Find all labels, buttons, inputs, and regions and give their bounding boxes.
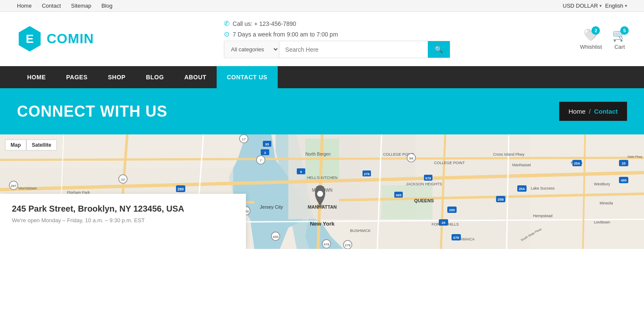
top-nav-contact[interactable]: Contact — [42, 3, 61, 9]
svg-text:295: 295 — [449, 208, 455, 212]
breadcrumb-separator: / — [589, 108, 591, 115]
phone-label: Call us: + 123-456-7890 — [233, 20, 296, 27]
nav-pages[interactable]: PAGES — [56, 66, 98, 88]
nav-contact-us[interactable]: CONTACT US — [217, 66, 278, 88]
svg-text:Morristown: Morristown — [18, 186, 37, 190]
nav-blog[interactable]: BLOG — [136, 66, 174, 88]
svg-text:Jersey City: Jersey City — [260, 204, 283, 209]
breadcrumb-current: Contact — [594, 108, 618, 115]
cart-label: Cart — [614, 44, 625, 50]
svg-text:495: 495 — [396, 193, 401, 197]
map-tab-satellite[interactable]: Satellite — [26, 140, 57, 151]
currency-arrow: ▾ — [599, 3, 602, 8]
svg-text:9A: 9A — [409, 156, 413, 160]
page-title: CONNECT WITH US — [17, 103, 167, 120]
svg-text:440: 440 — [273, 235, 279, 239]
svg-text:678: 678 — [453, 236, 459, 240]
currency-selector[interactable]: USD DOLLAR ▾ — [563, 3, 602, 9]
svg-text:North Bergen: North Bergen — [305, 152, 330, 156]
main-nav: HOME PAGES SHOP BLOG ABOUT CONTACT US — [0, 66, 644, 88]
svg-text:25A: 25A — [519, 187, 525, 191]
logo-icon: E — [17, 26, 42, 52]
language-label: English — [605, 3, 623, 9]
wishlist-button[interactable]: 🤍 2 Whishlist — [580, 28, 602, 50]
language-arrow: ▾ — [625, 3, 627, 8]
svg-text:BUSHWICK: BUSHWICK — [350, 229, 371, 233]
svg-text:Mineola: Mineola — [599, 201, 613, 205]
svg-text:3: 3 — [264, 151, 266, 155]
logo-area[interactable]: E COMIN — [17, 26, 94, 52]
svg-text:17: 17 — [242, 137, 246, 141]
logo-letter: E — [26, 32, 34, 46]
phone-item: ✆ Call us: + 123-456-7890 — [224, 20, 450, 28]
svg-text:25B: 25B — [498, 198, 504, 201]
cart-badge: 5 — [620, 26, 629, 35]
svg-text:JACKSON HEIGHTS: JACKSON HEIGHTS — [406, 182, 442, 186]
svg-text:Westbury: Westbury — [594, 182, 610, 186]
search-input[interactable] — [279, 42, 428, 57]
logo-name: COMIN — [47, 31, 94, 46]
svg-text:New York: New York — [310, 221, 335, 227]
wishlist-label: Whishlist — [580, 44, 602, 50]
map-tab-map[interactable]: Map — [5, 140, 26, 151]
svg-text:Lake Success: Lake Success — [531, 186, 555, 190]
svg-text:678: 678 — [425, 176, 431, 180]
svg-text:95: 95 — [265, 142, 269, 146]
svg-text:478: 478 — [323, 243, 329, 246]
nav-about[interactable]: ABOUT — [174, 66, 217, 88]
phone-icon: ✆ — [224, 20, 229, 28]
clock-icon: ⊙ — [224, 30, 229, 38]
svg-text:9: 9 — [300, 170, 302, 174]
svg-text:25A: 25A — [574, 162, 580, 165]
hours-item: ⊙ 7 Days a week from 9:00 am to 7:00 pm — [224, 30, 450, 38]
header-actions: 🤍 2 Whishlist 🛒 5 Cart — [580, 28, 627, 50]
svg-text:495: 495 — [621, 179, 627, 182]
top-bar-right: USD DOLLAR ▾ English ▾ — [563, 3, 627, 9]
breadcrumb: Home / Contact — [559, 102, 627, 121]
top-nav-sitemap[interactable]: Sitemap — [71, 3, 92, 9]
svg-text:287: 287 — [11, 184, 17, 188]
svg-text:Hempstead: Hempstead — [533, 214, 552, 218]
svg-text:Manhasset: Manhasset — [512, 163, 531, 167]
map-address: 245 Park Street, Brooklyn, NY 123456, US… — [12, 204, 234, 214]
header-contact: ✆ Call us: + 123-456-7890 ⊙ 7 Days a wee… — [224, 20, 450, 58]
top-nav-home[interactable]: Home — [17, 3, 32, 9]
svg-text:Cross Island Pkwy: Cross Island Pkwy — [493, 152, 525, 156]
breadcrumb-home[interactable]: Home — [569, 108, 585, 115]
svg-text:278: 278 — [364, 172, 370, 176]
nav-shop[interactable]: SHOP — [98, 66, 136, 88]
map-tabs: Map Satellite — [5, 140, 57, 151]
hero-banner: CONNECT WITH US Home / Contact — [0, 88, 644, 134]
svg-text:278: 278 — [345, 243, 351, 247]
top-bar: Home Contact Sitemap Blog USD DOLLAR ▾ E… — [0, 0, 644, 12]
svg-text:10: 10 — [121, 178, 125, 182]
wishlist-badge: 2 — [591, 26, 600, 35]
search-button[interactable]: 🔍 — [428, 41, 450, 58]
cart-button[interactable]: 🛒 5 Cart — [612, 28, 627, 50]
svg-text:QUEENS: QUEENS — [414, 198, 434, 203]
header: E COMIN ✆ Call us: + 123-456-7890 ⊙ 7 Da… — [0, 12, 644, 66]
hours-label: 7 Days a week from 9:00 am to 7:00 pm — [233, 31, 338, 38]
svg-text:25: 25 — [622, 162, 626, 165]
svg-text:7: 7 — [260, 159, 262, 162]
logo-text: COMIN — [47, 31, 94, 47]
svg-text:COLLEGE POINT: COLLEGE POINT — [434, 161, 465, 165]
map-hours: We're open Monday – Friday, 10 a.m. – 9:… — [12, 217, 234, 223]
search-icon: 🔍 — [435, 46, 443, 53]
map-info-card: 245 Park Street, Brooklyn, NY 123456, US… — [0, 194, 246, 249]
top-nav: Home Contact Sitemap Blog — [17, 3, 112, 9]
language-selector[interactable]: English ▾ — [605, 3, 627, 9]
search-category[interactable]: All categories — [224, 42, 279, 57]
currency-label: USD DOLLAR — [563, 3, 598, 9]
svg-text:State Pkwy: State Pkwy — [627, 155, 643, 159]
svg-point-100 — [317, 191, 323, 197]
svg-text:25: 25 — [442, 221, 446, 225]
search-bar: All categories 🔍 — [224, 41, 450, 58]
svg-text:HELL'S KITCHEN: HELL'S KITCHEN — [307, 176, 337, 180]
svg-text:Levittown: Levittown — [594, 220, 610, 224]
top-nav-blog[interactable]: Blog — [101, 3, 112, 9]
nav-home[interactable]: HOME — [17, 66, 56, 88]
svg-text:280: 280 — [177, 187, 184, 191]
map-section: Map Satellite — [0, 134, 644, 249]
